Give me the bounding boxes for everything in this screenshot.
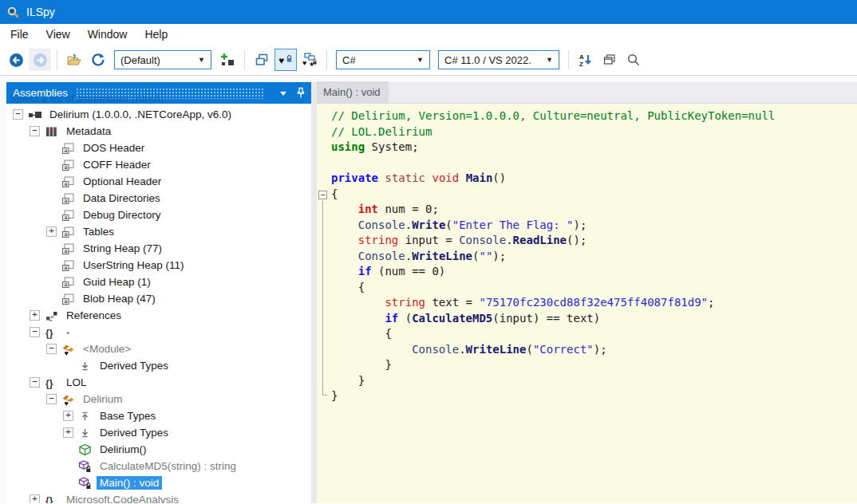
language-combo[interactable]: C#▼ <box>336 50 430 69</box>
tree-item-label: UserString Heap (11) <box>80 258 188 272</box>
pin-icon[interactable] <box>295 87 306 99</box>
code-token-str: "Enter The Flag: " <box>452 219 574 231</box>
menu-file[interactable]: File <box>2 26 38 43</box>
chevron-down-icon: ▼ <box>546 56 553 64</box>
expander-minus[interactable]: − <box>13 109 23 120</box>
language-combo-value: C# <box>342 54 356 66</box>
tree-row[interactable]: −CalculateMD5(string) : string <box>6 458 311 474</box>
page-a-icon: a <box>61 276 75 289</box>
tree-item-label: Microsoft.CodeAnalysis <box>63 493 182 503</box>
tree-row[interactable]: −aDOS Header <box>6 140 311 156</box>
tree-row[interactable]: −Derived Types <box>6 357 311 374</box>
tree-row[interactable]: −Main() : void <box>6 474 311 491</box>
language-version-combo[interactable]: C# 11.0 / VS 2022.▼ <box>438 50 559 69</box>
add-assembly-list-button[interactable] <box>216 49 239 71</box>
back-button[interactable] <box>5 49 27 71</box>
panel-splitter[interactable] <box>311 82 317 503</box>
tree-row[interactable]: −aCOFF Header <box>6 156 311 173</box>
code-token-pln: input = <box>398 234 459 246</box>
tree-row[interactable]: −aString Heap (77) <box>6 240 311 257</box>
code-token-typ: string <box>385 296 425 309</box>
code-line: int num = 0; <box>331 202 857 218</box>
tree-item-label: Optional Header <box>80 175 164 188</box>
code-line: // Delirium, Version=1.0.0.0, Culture=ne… <box>331 108 857 124</box>
fold-collapse-icon[interactable]: − <box>318 191 327 199</box>
code-token-met: Main <box>466 171 493 184</box>
svg-text:♥: ♥ <box>278 55 284 66</box>
code-token-pln: num = 0; <box>378 203 439 215</box>
expander-plus[interactable]: + <box>30 310 40 321</box>
tree-row[interactable]: −Metadata <box>6 123 311 140</box>
titlebar: ILSpy <box>0 0 857 24</box>
code-token-pln <box>331 234 358 246</box>
code-token-pln: text = <box>425 296 479 309</box>
tree-row[interactable]: +Derived Types <box>6 424 311 441</box>
code-token-mod: static <box>385 171 425 184</box>
page-a-icon: a <box>61 293 75 305</box>
tree-row[interactable]: −Delirium() <box>6 441 311 458</box>
expander-plus[interactable]: + <box>63 411 73 421</box>
code-token-met: CalculateMD5 <box>412 312 492 325</box>
expander-minus[interactable]: − <box>30 327 40 337</box>
tree-row[interactable]: +aTables <box>6 223 311 240</box>
code-token-pln: { <box>331 187 338 200</box>
assembly-list-combo[interactable]: (Default)▼ <box>114 50 211 69</box>
assemblies-panel-header: Select a list of assemblies (Alt+A) Asse… <box>6 82 311 104</box>
tree-row[interactable]: −aUserString Heap (11) <box>6 257 311 274</box>
open-button[interactable] <box>63 49 85 71</box>
svg-text:a: a <box>65 248 68 254</box>
page-a-icon: a <box>61 159 75 171</box>
expander-minus[interactable]: − <box>30 377 40 388</box>
member-visibility-filter-button[interactable]: ♥★ <box>298 49 321 71</box>
code-token-cls: Console <box>459 234 506 246</box>
tree-row[interactable]: −aData Directories <box>6 190 311 207</box>
sort-button[interactable]: AZ <box>575 49 597 71</box>
tree-row[interactable]: −{}LOL <box>6 374 311 391</box>
svg-text:♥: ♥ <box>65 348 69 355</box>
expander-minus[interactable]: − <box>30 126 40 136</box>
tree-row[interactable]: −{}- <box>6 324 311 341</box>
tree-item-label: COFF Header <box>80 158 154 171</box>
code-token-str: "Correct" <box>533 343 594 356</box>
tree-row[interactable]: −aGuid Heap (1) <box>6 274 311 290</box>
toolbar-separator <box>244 50 245 69</box>
language-version-combo-value: C# 11.0 / VS 2022. <box>444 54 531 66</box>
panel-menu-chevron-down-icon[interactable] <box>278 88 289 99</box>
tree-item-label: Guid Heap (1) <box>80 275 154 289</box>
toolbar: (Default)▼♥♥★C#▼C# 11.0 / VS 2022.▼AZ <box>0 45 857 76</box>
code-line: if (num == 0) <box>331 264 857 280</box>
expander-plus[interactable]: + <box>63 427 73 438</box>
code-line: string text = "75170fc230cd88f32e475ff40… <box>331 295 857 311</box>
forward-button[interactable] <box>29 49 51 71</box>
tree-row[interactable]: −Delirium (1.0.0.0, .NETCoreApp, v6.0) <box>6 106 311 123</box>
heart-lock-icon: ♥ <box>278 53 293 67</box>
tree-row[interactable]: −aDebug Directory <box>6 207 311 223</box>
menu-view[interactable]: View <box>38 26 79 43</box>
duplicate-view-button[interactable] <box>251 49 273 71</box>
refresh-button[interactable] <box>87 49 109 71</box>
code-token-pln: } <box>331 374 365 387</box>
expander-plus[interactable]: + <box>46 226 57 237</box>
tree-row[interactable]: −aBlob Heap (47) <box>6 290 311 307</box>
tree-item-label: Delirium <box>80 392 126 406</box>
collapse-all-button[interactable] <box>598 49 621 71</box>
fold-guide-line <box>322 200 327 396</box>
menu-window[interactable]: Window <box>79 26 136 43</box>
show-internal-api-toggle[interactable]: ♥ <box>274 49 297 71</box>
tree-row[interactable]: −aOptional Header <box>6 173 311 190</box>
expander-minus[interactable]: − <box>46 394 57 404</box>
search-button[interactable] <box>622 49 645 71</box>
assemblies-panel: Select a list of assemblies (Alt+A) Asse… <box>6 82 311 503</box>
tree-row[interactable]: −♥<Module> <box>6 341 311 357</box>
tree-row[interactable]: +{}Microsoft.CodeAnalysis <box>6 491 311 503</box>
tab-main-void[interactable]: Main() : void <box>317 81 389 103</box>
expander-minus[interactable]: − <box>46 344 57 354</box>
tree-item-label: Delirium (1.0.0.0, .NETCoreApp, v6.0) <box>46 108 235 121</box>
menu-help[interactable]: Help <box>136 26 176 43</box>
code-area[interactable]: − // Delirium, Version=1.0.0.0, Culture=… <box>317 104 857 503</box>
tree-row[interactable]: +Base Types <box>6 408 311 424</box>
tree-row[interactable]: −♥Delirium <box>6 391 311 408</box>
tree-row[interactable]: +References <box>6 307 311 324</box>
expander-plus[interactable]: + <box>30 494 40 503</box>
namespace-icon: {} <box>45 376 58 389</box>
